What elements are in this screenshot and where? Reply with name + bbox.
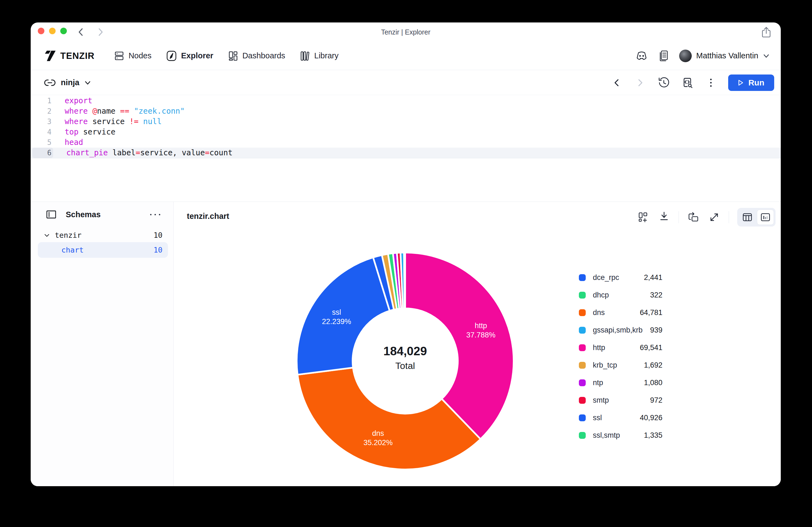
window-title: Tenzir | Explorer: [381, 23, 430, 42]
user-menu[interactable]: Matthias Vallentin: [679, 49, 770, 62]
app-window: Tenzir | Explorer TENZIR: [31, 23, 781, 486]
chart-view-icon: [760, 213, 771, 222]
user-name: Matthias Vallentin: [696, 51, 758, 60]
separator: [729, 211, 729, 223]
chart-legend: dce_rpc2,441dhcp322dns64,781gssapi,smb,k…: [579, 269, 663, 444]
legend-value: 64,781: [640, 308, 663, 317]
nav-item-nodes[interactable]: Nodes: [114, 50, 151, 61]
legend-item-dhcp[interactable]: dhcp322: [579, 286, 663, 304]
pie-chart: http37.788%dns35.202%ssl22.239%: [293, 249, 518, 473]
schemas-panel-title: Schemas: [66, 210, 140, 219]
legend-label: ssl: [593, 414, 602, 422]
zoom-window-button[interactable]: [60, 28, 67, 34]
legend-item-gssapi,smb,krb[interactable]: gssapi,smb,krb939: [579, 321, 663, 339]
legend-item-http[interactable]: http69,541: [579, 339, 663, 356]
legend-value: 2,441: [644, 273, 663, 282]
legend-label: ntp: [593, 379, 603, 387]
legend-swatch: [579, 362, 586, 369]
legend-label: krb_tcp: [593, 361, 617, 369]
separator: [679, 211, 679, 223]
legend-item-ssl[interactable]: ssl40,926: [579, 409, 663, 426]
schemas-menu-icon[interactable]: [148, 212, 162, 218]
line-number: 2: [31, 106, 52, 116]
code-line[interactable]: 2where @name == "zeek.conn": [31, 106, 781, 116]
pipeline-selector[interactable]: ninja: [44, 78, 91, 87]
schema-node-tenzir[interactable]: tenzir 10: [38, 228, 168, 243]
legend-value: 322: [650, 291, 663, 299]
share-icon[interactable]: [760, 26, 772, 38]
code-line[interactable]: 4top service: [31, 127, 781, 137]
nav-item-label: Explorer: [181, 51, 214, 60]
library-icon: [300, 50, 310, 61]
add-to-dashboard-icon[interactable]: [637, 211, 650, 223]
legend-value: 939: [650, 326, 663, 334]
schema-node-label: tenzir: [55, 231, 82, 239]
schema-node-count: 10: [154, 246, 168, 254]
table-view-button[interactable]: [739, 209, 756, 225]
brand-name: TENZIR: [60, 51, 95, 61]
expand-icon[interactable]: [708, 211, 721, 223]
nav-item-dashboards[interactable]: Dashboards: [228, 50, 285, 61]
legend-label: dce_rpc: [593, 273, 619, 282]
traffic-lights: [38, 28, 67, 34]
legend-item-ntp[interactable]: ntp1,080: [579, 374, 663, 392]
titlebar-forward-button[interactable]: [97, 27, 105, 38]
code-line[interactable]: 1export: [31, 96, 781, 106]
legend-label: dhcp: [593, 291, 609, 299]
run-button[interactable]: Run: [728, 74, 774, 91]
pipeline-editor[interactable]: 1export2where @name == "zeek.conn"3where…: [31, 95, 781, 202]
download-icon[interactable]: [658, 211, 670, 223]
more-options-icon[interactable]: [705, 76, 717, 89]
nodes-icon: [114, 50, 125, 61]
code-line[interactable]: 5head: [31, 137, 781, 148]
rotate-view-icon[interactable]: [687, 211, 700, 223]
legend-swatch: [579, 414, 586, 421]
code-line[interactable]: 6chart_pie label=service, value=count: [31, 148, 781, 158]
history-forward-button[interactable]: [634, 76, 647, 89]
pie-slice-ssl[interactable]: [297, 258, 390, 375]
nav-item-library[interactable]: Library: [300, 50, 338, 61]
nav-item-label: Library: [314, 51, 338, 60]
minimize-window-button[interactable]: [49, 28, 56, 34]
chart-view-button[interactable]: [757, 209, 774, 225]
sidebar-toggle-icon[interactable]: [45, 208, 58, 221]
run-button-label: Run: [749, 78, 764, 87]
line-number: 1: [31, 96, 52, 106]
code-line[interactable]: 3where service != null: [31, 116, 781, 127]
schema-node-label: chart: [61, 246, 84, 254]
legend-value: 69,541: [640, 343, 663, 352]
explorer-icon: [166, 50, 177, 62]
line-number: 4: [31, 127, 52, 137]
results-pane: tenzir.chart: [174, 202, 781, 486]
schema-node-chart[interactable]: chart 10: [38, 242, 168, 258]
legend-swatch: [579, 397, 586, 404]
legend-item-ssl,smtp[interactable]: ssl,smtp1,335: [579, 426, 663, 444]
docs-icon[interactable]: [657, 49, 670, 62]
code-text: export: [65, 96, 92, 106]
code-text: where @name == "zeek.conn": [65, 106, 185, 116]
discord-icon[interactable]: [635, 49, 648, 62]
tenzir-logo-icon: [44, 50, 56, 62]
table-view-icon: [742, 213, 753, 222]
legend-item-dns[interactable]: dns64,781: [579, 304, 663, 321]
code-search-icon[interactable]: [681, 76, 694, 89]
legend-swatch: [579, 344, 586, 351]
pie-chart-container: http37.788%dns35.202%ssl22.239%: [293, 249, 518, 473]
line-number: 5: [31, 137, 52, 148]
legend-item-krb_tcp[interactable]: krb_tcp1,692: [579, 356, 663, 374]
history-back-button[interactable]: [610, 76, 623, 89]
line-number: 6: [32, 148, 53, 158]
legend-item-dce_rpc[interactable]: dce_rpc2,441: [579, 269, 663, 286]
avatar: [679, 49, 692, 62]
workspace: Schemas tenzir 10 chart 10 tenzir.chart: [31, 202, 781, 486]
legend-item-smtp[interactable]: smtp972: [579, 392, 663, 409]
run-history-icon[interactable]: [657, 76, 670, 89]
legend-value: 40,926: [640, 414, 663, 422]
tenzir-logo[interactable]: TENZIR: [44, 50, 95, 62]
titlebar-back-button[interactable]: [77, 27, 85, 38]
pipeline-name: ninja: [61, 78, 79, 87]
nav-item-explorer[interactable]: Explorer: [166, 50, 214, 62]
pie-slice-dhcp[interactable]: [404, 252, 405, 308]
code-lines: 1export2where @name == "zeek.conn"3where…: [31, 96, 781, 158]
close-window-button[interactable]: [38, 28, 44, 34]
